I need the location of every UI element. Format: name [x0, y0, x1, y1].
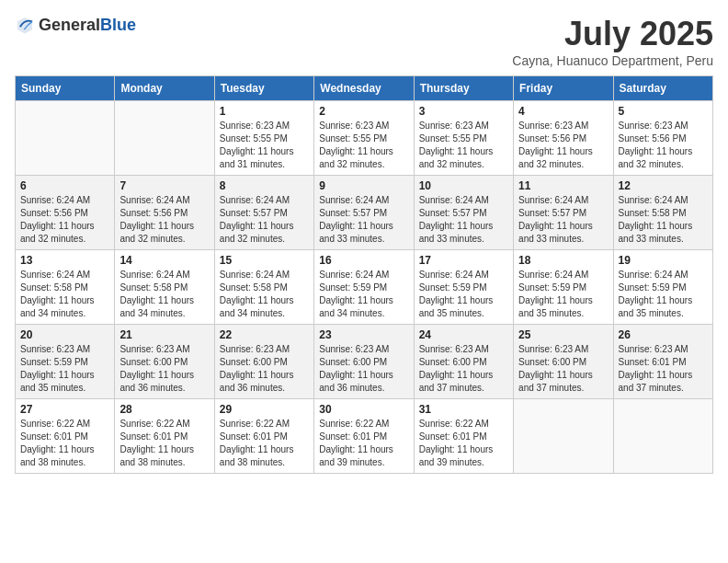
day-number: 21 — [119, 328, 209, 341]
calendar-week-row: 6Sunrise: 6:24 AM Sunset: 5:56 PM Daylig… — [16, 176, 713, 250]
day-number: 22 — [220, 328, 309, 341]
day-number: 24 — [419, 328, 508, 341]
calendar-cell: 1Sunrise: 6:23 AM Sunset: 5:55 PM Daylig… — [214, 101, 313, 176]
day-info: Sunrise: 6:24 AM Sunset: 5:56 PM Dayligh… — [119, 194, 209, 246]
calendar-day-header: Wednesday — [314, 76, 414, 101]
day-number: 14 — [119, 254, 209, 267]
day-number: 19 — [619, 254, 708, 267]
day-info: Sunrise: 6:24 AM Sunset: 5:59 PM Dayligh… — [619, 269, 708, 320]
logo-general-text: GeneralBlue — [39, 16, 136, 35]
calendar-cell: 17Sunrise: 6:24 AM Sunset: 5:59 PM Dayli… — [414, 250, 513, 325]
calendar-cell: 31Sunrise: 6:22 AM Sunset: 6:01 PM Dayli… — [414, 399, 513, 474]
calendar-day-header: Sunday — [16, 76, 115, 101]
calendar-cell: 18Sunrise: 6:24 AM Sunset: 5:59 PM Dayli… — [514, 250, 613, 325]
day-info: Sunrise: 6:22 AM Sunset: 6:01 PM Dayligh… — [119, 418, 209, 469]
day-info: Sunrise: 6:23 AM Sunset: 5:55 PM Dayligh… — [319, 120, 408, 171]
day-number: 17 — [419, 254, 508, 267]
calendar-cell: 27Sunrise: 6:22 AM Sunset: 6:01 PM Dayli… — [16, 399, 115, 474]
calendar-day-header: Monday — [115, 76, 214, 101]
calendar-cell: 29Sunrise: 6:22 AM Sunset: 6:01 PM Dayli… — [214, 399, 313, 474]
title-block: July 2025 Cayna, Huanuco Department, Per… — [512, 15, 713, 68]
day-number: 3 — [419, 105, 508, 118]
calendar-cell — [16, 101, 115, 176]
calendar-cell: 7Sunrise: 6:24 AM Sunset: 5:56 PM Daylig… — [115, 176, 214, 250]
day-number: 11 — [518, 179, 608, 192]
calendar-day-header: Saturday — [613, 76, 712, 101]
calendar-day-header: Thursday — [414, 76, 513, 101]
logo: GeneralBlue — [15, 15, 136, 35]
day-info: Sunrise: 6:22 AM Sunset: 6:01 PM Dayligh… — [220, 418, 309, 469]
day-number: 23 — [319, 328, 408, 341]
day-info: Sunrise: 6:24 AM Sunset: 5:58 PM Dayligh… — [619, 194, 708, 246]
day-info: Sunrise: 6:23 AM Sunset: 6:01 PM Dayligh… — [619, 343, 708, 395]
calendar-cell: 19Sunrise: 6:24 AM Sunset: 5:59 PM Dayli… — [613, 250, 712, 325]
calendar-week-row: 13Sunrise: 6:24 AM Sunset: 5:58 PM Dayli… — [16, 250, 713, 325]
day-info: Sunrise: 6:24 AM Sunset: 5:59 PM Dayligh… — [419, 269, 508, 320]
day-number: 1 — [220, 105, 309, 118]
day-number: 2 — [319, 105, 408, 118]
day-info: Sunrise: 6:23 AM Sunset: 6:00 PM Dayligh… — [518, 343, 608, 395]
day-info: Sunrise: 6:24 AM Sunset: 5:58 PM Dayligh… — [220, 269, 309, 320]
page-header: GeneralBlue July 2025 Cayna, Huanuco Dep… — [15, 15, 713, 68]
calendar-cell: 4Sunrise: 6:23 AM Sunset: 5:56 PM Daylig… — [514, 101, 613, 176]
day-number: 31 — [419, 403, 508, 416]
calendar-cell: 15Sunrise: 6:24 AM Sunset: 5:58 PM Dayli… — [214, 250, 313, 325]
day-info: Sunrise: 6:22 AM Sunset: 6:01 PM Dayligh… — [319, 418, 408, 469]
calendar-cell — [514, 399, 613, 474]
calendar-cell: 5Sunrise: 6:23 AM Sunset: 5:56 PM Daylig… — [613, 101, 712, 176]
day-info: Sunrise: 6:24 AM Sunset: 5:58 PM Dayligh… — [20, 269, 109, 320]
calendar-cell: 11Sunrise: 6:24 AM Sunset: 5:57 PM Dayli… — [514, 176, 613, 250]
day-info: Sunrise: 6:23 AM Sunset: 6:00 PM Dayligh… — [419, 343, 508, 395]
day-number: 16 — [319, 254, 408, 267]
day-number: 28 — [119, 403, 209, 416]
calendar-cell: 2Sunrise: 6:23 AM Sunset: 5:55 PM Daylig… — [314, 101, 414, 176]
day-info: Sunrise: 6:24 AM Sunset: 5:59 PM Dayligh… — [518, 269, 608, 320]
calendar-day-header: Tuesday — [214, 76, 313, 101]
calendar-cell: 13Sunrise: 6:24 AM Sunset: 5:58 PM Dayli… — [16, 250, 115, 325]
day-number: 5 — [619, 105, 708, 118]
day-info: Sunrise: 6:24 AM Sunset: 5:57 PM Dayligh… — [419, 194, 508, 246]
calendar-day-header: Friday — [514, 76, 613, 101]
day-info: Sunrise: 6:23 AM Sunset: 6:00 PM Dayligh… — [220, 343, 309, 395]
day-number: 27 — [20, 403, 109, 416]
calendar-cell: 26Sunrise: 6:23 AM Sunset: 6:01 PM Dayli… — [613, 325, 712, 399]
calendar-cell: 14Sunrise: 6:24 AM Sunset: 5:58 PM Dayli… — [115, 250, 214, 325]
calendar-cell — [115, 101, 214, 176]
calendar-cell: 28Sunrise: 6:22 AM Sunset: 6:01 PM Dayli… — [115, 399, 214, 474]
day-info: Sunrise: 6:24 AM Sunset: 5:59 PM Dayligh… — [319, 269, 408, 320]
month-title: July 2025 — [512, 15, 713, 53]
calendar-cell: 21Sunrise: 6:23 AM Sunset: 6:00 PM Dayli… — [115, 325, 214, 399]
day-number: 25 — [518, 328, 608, 341]
day-info: Sunrise: 6:23 AM Sunset: 5:55 PM Dayligh… — [220, 120, 309, 171]
day-number: 6 — [20, 179, 109, 192]
day-number: 9 — [319, 179, 408, 192]
calendar-cell: 12Sunrise: 6:24 AM Sunset: 5:58 PM Dayli… — [613, 176, 712, 250]
day-info: Sunrise: 6:24 AM Sunset: 5:58 PM Dayligh… — [119, 269, 209, 320]
day-info: Sunrise: 6:23 AM Sunset: 5:56 PM Dayligh… — [619, 120, 708, 171]
calendar-cell: 23Sunrise: 6:23 AM Sunset: 6:00 PM Dayli… — [314, 325, 414, 399]
day-number: 26 — [619, 328, 708, 341]
day-number: 12 — [619, 179, 708, 192]
day-number: 20 — [20, 328, 109, 341]
day-number: 18 — [518, 254, 608, 267]
day-info: Sunrise: 6:23 AM Sunset: 6:00 PM Dayligh… — [119, 343, 209, 395]
day-info: Sunrise: 6:22 AM Sunset: 6:01 PM Dayligh… — [419, 418, 508, 469]
day-number: 13 — [20, 254, 109, 267]
day-number: 30 — [319, 403, 408, 416]
calendar-cell: 22Sunrise: 6:23 AM Sunset: 6:00 PM Dayli… — [214, 325, 313, 399]
calendar-cell: 30Sunrise: 6:22 AM Sunset: 6:01 PM Dayli… — [314, 399, 414, 474]
day-info: Sunrise: 6:22 AM Sunset: 6:01 PM Dayligh… — [20, 418, 109, 469]
day-number: 15 — [220, 254, 309, 267]
day-info: Sunrise: 6:24 AM Sunset: 5:57 PM Dayligh… — [319, 194, 408, 246]
day-number: 8 — [220, 179, 309, 192]
calendar-cell: 24Sunrise: 6:23 AM Sunset: 6:00 PM Dayli… — [414, 325, 513, 399]
calendar-cell: 9Sunrise: 6:24 AM Sunset: 5:57 PM Daylig… — [314, 176, 414, 250]
calendar-week-row: 1Sunrise: 6:23 AM Sunset: 5:55 PM Daylig… — [16, 101, 713, 176]
day-info: Sunrise: 6:24 AM Sunset: 5:57 PM Dayligh… — [518, 194, 608, 246]
calendar-cell: 6Sunrise: 6:24 AM Sunset: 5:56 PM Daylig… — [16, 176, 115, 250]
day-info: Sunrise: 6:24 AM Sunset: 5:56 PM Dayligh… — [20, 194, 109, 246]
location-subtitle: Cayna, Huanuco Department, Peru — [512, 53, 713, 68]
logo-icon — [15, 15, 35, 35]
day-info: Sunrise: 6:23 AM Sunset: 6:00 PM Dayligh… — [319, 343, 408, 395]
calendar-cell: 10Sunrise: 6:24 AM Sunset: 5:57 PM Dayli… — [414, 176, 513, 250]
